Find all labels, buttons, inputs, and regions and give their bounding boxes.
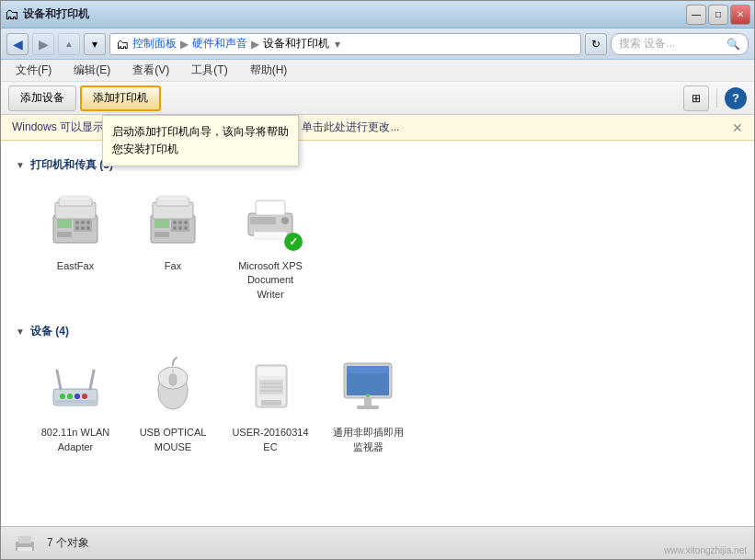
printers-section-title: 打印机和传真 (3) [30, 157, 113, 173]
svg-point-20 [184, 221, 188, 224]
tooltip-popup: 启动添加打印机向导，该向导将帮助 您安装打印机 [102, 115, 299, 166]
svg-rect-25 [154, 232, 169, 237]
printers-triangle[interactable]: ▼ [16, 160, 25, 170]
svg-point-6 [81, 221, 85, 224]
svg-point-9 [81, 226, 85, 230]
breadcrumb-part-1[interactable]: 控制面板 [132, 36, 177, 51]
back-button[interactable]: ◀ [6, 33, 29, 55]
device-eastfax[interactable]: EastFax [34, 182, 117, 302]
fax2-icon [143, 189, 202, 248]
window-title: 设备和打印机 [23, 6, 89, 22]
title-bar: 🗂 设备和打印机 — □ ✕ [1, 1, 754, 29]
add-device-button[interactable]: 添加设备 [8, 86, 76, 111]
refresh-button[interactable]: ↻ [585, 33, 607, 55]
breadcrumb: 🗂 控制面板 ▶ 硬件和声音 ▶ 设备和打印机 ▾ [109, 33, 581, 55]
svg-line-34 [90, 371, 94, 389]
back-icon: ◀ [13, 37, 23, 51]
status-count: 7 个对象 [47, 535, 89, 551]
svg-point-18 [173, 221, 177, 224]
forward-icon: ▶ [39, 37, 49, 51]
svg-rect-43 [169, 374, 177, 385]
nav-bar: ◀ ▶ ▲ ▾ 🗂 控制面板 ▶ 硬件和声音 ▶ 设备和打印机 ▾ ↻ 搜索 设… [1, 29, 754, 60]
menu-help[interactable]: 帮助(H) [243, 61, 295, 80]
svg-rect-55 [364, 398, 372, 406]
monitor-label: 通用非即插即用监视器 [333, 426, 404, 454]
svg-line-33 [57, 371, 61, 389]
svg-rect-46 [257, 367, 285, 376]
svg-rect-12 [57, 232, 72, 237]
breadcrumb-sep-2: ▶ [251, 38, 259, 51]
monitor-icon [338, 356, 397, 415]
mouse-icon-container [136, 349, 210, 422]
menu-view[interactable]: 查看(V) [125, 61, 177, 80]
search-placeholder: 搜索 设备... [619, 36, 675, 51]
menu-file[interactable]: 文件(F) [8, 61, 59, 80]
view-button[interactable]: ⊞ [683, 86, 709, 111]
info-close-button[interactable]: ✕ [732, 120, 743, 135]
breadcrumb-part-3: 设备和打印机 [263, 36, 329, 51]
device-hdd[interactable]: USER-20160314EC [229, 349, 312, 454]
search-icon: 🔍 [726, 38, 740, 51]
maximize-button[interactable]: □ [708, 5, 728, 25]
device-router[interactable]: 802.11n WLANAdapter [34, 349, 117, 454]
forward-button[interactable]: ▶ [32, 33, 54, 55]
device-mouse[interactable]: USB OPTICALMOUSE [132, 349, 214, 454]
content-area: ▼ 打印机和传真 (3) [1, 141, 754, 526]
add-printer-label: 添加打印机 [93, 90, 148, 106]
svg-rect-16 [158, 196, 188, 200]
svg-point-30 [281, 217, 289, 224]
svg-point-22 [178, 226, 182, 230]
xps-label: Microsoft XPSDocumentWriter [238, 259, 303, 302]
svg-rect-29 [254, 232, 287, 239]
help-icon: ? [732, 91, 739, 105]
add-printer-button[interactable]: 添加打印机 [80, 86, 161, 111]
devices-triangle[interactable]: ▼ [16, 326, 25, 337]
tooltip-line2: 您安装打印机 [112, 141, 289, 158]
hdd-label: USER-20160314EC [232, 426, 308, 454]
router-label: 802.11n WLANAdapter [41, 426, 110, 454]
device-monitor[interactable]: 通用非即插即用监视器 [326, 349, 409, 454]
device-xps[interactable]: ✓ Microsoft XPSDocumentWriter [229, 182, 312, 302]
svg-point-19 [178, 221, 182, 224]
breadcrumb-icon: 🗂 [116, 37, 129, 51]
menu-tools[interactable]: 工具(T) [184, 61, 235, 80]
svg-rect-39 [55, 400, 96, 404]
svg-rect-51 [261, 400, 281, 406]
svg-point-35 [60, 394, 65, 399]
close-button[interactable]: ✕ [730, 5, 750, 25]
breadcrumb-part-2[interactable]: 硬件和声音 [192, 36, 247, 51]
xps-icon-container: ✓ [234, 182, 307, 256]
breadcrumb-dropdown[interactable]: ▾ [335, 38, 340, 51]
toolbar: 添加设备 添加打印机 启动添加打印机向导，该向导将帮助 您安装打印机 ⊞ ? [1, 82, 754, 115]
status-icon [12, 531, 38, 556]
search-bar[interactable]: 搜索 设备... 🔍 [611, 33, 749, 55]
svg-point-57 [366, 394, 370, 397]
router-icon-container [39, 349, 112, 422]
minimize-button[interactable]: — [686, 5, 706, 25]
help-button[interactable]: ? [725, 87, 747, 109]
svg-rect-56 [357, 406, 379, 409]
devices-section-header: ▼ 设备 (4) [16, 324, 739, 339]
eastfax-icon-container [39, 182, 112, 256]
fax-icon-container [136, 182, 210, 256]
title-bar-left: 🗂 设备和打印机 [5, 6, 89, 23]
toolbar-divider [716, 89, 717, 108]
svg-point-38 [82, 394, 87, 399]
add-device-label: 添加设备 [20, 90, 64, 106]
up-icon: ▲ [64, 39, 74, 49]
title-bar-controls: — □ ✕ [686, 5, 750, 25]
fax-icon [46, 189, 105, 248]
router-icon [46, 356, 105, 415]
view-icon: ⊞ [692, 92, 701, 105]
svg-rect-24 [154, 219, 169, 228]
status-bar: 7 个对象 www.xitongzhijia.net [1, 526, 754, 559]
menu-edit[interactable]: 编辑(E) [66, 61, 118, 80]
device-fax[interactable]: Fax [132, 182, 214, 302]
svg-rect-3 [61, 196, 90, 200]
recent-button[interactable]: ▾ [84, 33, 106, 55]
fax-label: Fax [165, 259, 181, 273]
svg-rect-60 [17, 547, 32, 551]
refresh-icon: ↻ [591, 38, 601, 51]
svg-rect-28 [257, 202, 283, 213]
up-button[interactable]: ▲ [58, 33, 80, 55]
